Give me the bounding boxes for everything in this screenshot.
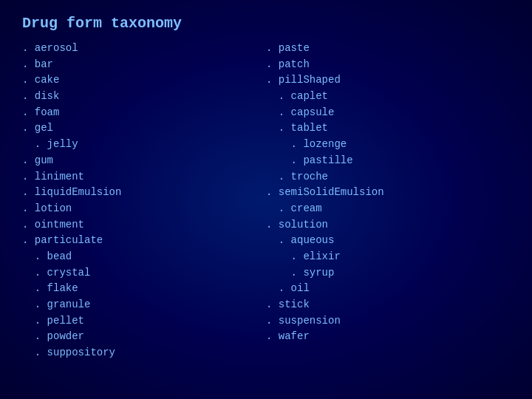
list-item: . lozenge	[266, 137, 510, 153]
list-item: . suppository	[22, 345, 266, 361]
list-item: . wafer	[266, 329, 510, 345]
list-item: . oil	[266, 281, 510, 297]
list-item: . gel	[22, 120, 266, 137]
list-item: . tablet	[266, 120, 510, 137]
list-item: . ointment	[22, 217, 266, 233]
list-item: . syrup	[266, 265, 510, 282]
list-item: . caplet	[266, 89, 510, 105]
list-item: . semiSolidEmulsion	[266, 185, 510, 201]
right-column: . paste. patch. pillShaped . caplet . ca…	[266, 41, 510, 361]
list-item: . paste	[266, 41, 510, 57]
list-item: . granule	[22, 297, 266, 313]
list-item: . bead	[22, 249, 266, 265]
list-item: . aqueous	[266, 233, 510, 249]
list-item: . pillShaped	[266, 72, 510, 89]
left-column: . aerosol. bar. cake. disk. foam. gel . …	[22, 41, 266, 361]
list-item: . particulate	[22, 233, 266, 249]
list-item: . pellet	[22, 313, 266, 330]
list-item: . stick	[266, 297, 510, 313]
list-item: . disk	[22, 89, 266, 105]
main-container: Drug form taxonomy . aerosol. bar. cake.…	[0, 0, 532, 376]
list-item: . suspension	[266, 313, 510, 330]
taxonomy-columns: . aerosol. bar. cake. disk. foam. gel . …	[22, 41, 510, 361]
list-item: . flake	[22, 281, 266, 297]
list-item: . aerosol	[22, 41, 266, 57]
list-item: . solution	[266, 217, 510, 233]
list-item: . liniment	[22, 169, 266, 185]
list-item: . crystal	[22, 265, 266, 282]
list-item: . bar	[22, 57, 266, 73]
list-item: . cake	[22, 72, 266, 89]
list-item: . patch	[266, 57, 510, 73]
list-item: . troche	[266, 169, 510, 185]
list-item: . powder	[22, 329, 266, 345]
list-item: . jelly	[22, 137, 266, 153]
list-item: . foam	[22, 105, 266, 121]
list-item: . capsule	[266, 105, 510, 121]
list-item: . gum	[22, 153, 266, 169]
list-item: . lotion	[22, 201, 266, 217]
list-item: . pastille	[266, 153, 510, 169]
list-item: . elixir	[266, 249, 510, 265]
list-item: . cream	[266, 201, 510, 217]
page-title: Drug form taxonomy	[22, 15, 510, 32]
list-item: . liquidEmulsion	[22, 185, 266, 201]
